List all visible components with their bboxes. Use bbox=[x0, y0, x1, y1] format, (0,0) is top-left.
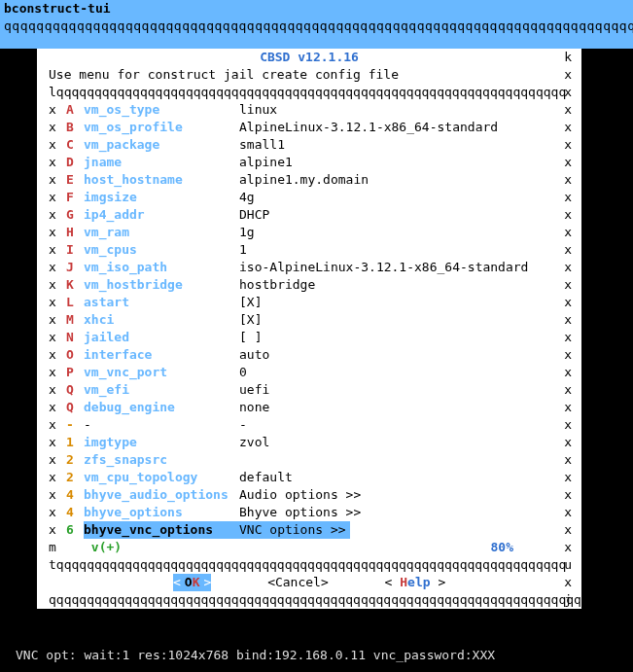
menu-item-jname[interactable]: xDjnamealpine1x bbox=[49, 154, 581, 171]
menu-item-vm_cpus[interactable]: xIvm_cpus1x bbox=[49, 241, 581, 259]
menu-item-bhyve_options[interactable]: x4bhyve_optionsBhyve options >>x bbox=[49, 504, 581, 521]
menu-key: 4 bbox=[66, 504, 84, 521]
border-x: x bbox=[564, 294, 572, 311]
border-x: x bbox=[564, 84, 572, 101]
border-x: x bbox=[49, 434, 66, 451]
menu-key: A bbox=[66, 101, 84, 119]
border-x: x bbox=[564, 119, 572, 136]
menu-item-imgtype[interactable]: x1imgtypezvolx bbox=[49, 434, 581, 451]
border-x: x bbox=[49, 381, 66, 399]
menu-key: M bbox=[66, 311, 84, 329]
panel-border-mid: tqqqqqqqqqqqqqqqqqqqqqqqqqqqqqqqqqqqqqqq… bbox=[37, 556, 581, 574]
menu-key: I bbox=[66, 241, 84, 259]
menu-name: vm_os_profile bbox=[84, 119, 239, 136]
menu-value: 4g bbox=[239, 189, 541, 206]
menu-value: hostbridge bbox=[239, 276, 541, 294]
border-x: x bbox=[49, 521, 66, 539]
menu-key: B bbox=[66, 119, 84, 136]
menu-key: P bbox=[66, 364, 84, 381]
menu-item-vm_os_profile[interactable]: xBvm_os_profileAlpineLinux-3.12.1-x86_64… bbox=[49, 119, 581, 136]
border-x: x bbox=[564, 241, 572, 259]
corner-u: u bbox=[564, 556, 572, 574]
corner-j: j bbox=[564, 591, 572, 609]
menu-item-imgsize[interactable]: xFimgsize4gx bbox=[49, 189, 581, 206]
border-x: x bbox=[49, 259, 66, 276]
menu-name: debug_engine bbox=[84, 399, 239, 416]
border-x: x bbox=[49, 329, 66, 346]
header-border: qqqqqqqqqqqqqqqqqqqqqqqqqqqqqqqqqqqqqqqq… bbox=[0, 18, 633, 49]
cancel-button[interactable]: <Cancel> bbox=[267, 574, 329, 591]
menu-key: D bbox=[66, 154, 84, 171]
menu-name: vm_vnc_port bbox=[84, 364, 239, 381]
scroll-percent: 80% bbox=[491, 539, 513, 556]
border-x: x bbox=[49, 311, 66, 329]
menu-item-bhyve_audio_options[interactable]: x4bhyve_audio_optionsAudio options >>x bbox=[49, 486, 581, 504]
border-x: x bbox=[564, 101, 572, 119]
menu-item-vm_hostbridge[interactable]: xKvm_hostbridgehostbridgex bbox=[49, 276, 581, 294]
menu-item-vm_vnc_port[interactable]: xPvm_vnc_port0x bbox=[49, 364, 581, 381]
menu-item-vm_efi[interactable]: xQvm_efiuefix bbox=[49, 381, 581, 399]
border-x: x bbox=[49, 451, 66, 469]
panel-border-top: lqqqqqqqqqqqqqqqqqqqqqqqqqqqqqqqqqqqqqqq… bbox=[37, 84, 581, 101]
border-x: x bbox=[564, 66, 572, 84]
menu-item-jailed[interactable]: xNjailed[ ]x bbox=[49, 329, 581, 346]
border-x: x bbox=[49, 346, 66, 364]
menu-value: Audio options >> bbox=[239, 486, 541, 504]
border-x: x bbox=[564, 434, 572, 451]
border-x: x bbox=[564, 469, 572, 486]
panel-shadow-right bbox=[581, 58, 591, 613]
menu-key: C bbox=[66, 136, 84, 154]
menu-name: interface bbox=[84, 346, 239, 364]
menu-value: linux bbox=[239, 101, 541, 119]
menu-item-vm_iso_path[interactable]: xJvm_iso_pathiso-AlpineLinux-3.12.1-x86_… bbox=[49, 259, 581, 276]
help-button[interactable]: < Help > bbox=[385, 574, 446, 591]
menu-value: 1g bbox=[239, 224, 541, 241]
menu-key: L bbox=[66, 294, 84, 311]
menu-key: Q bbox=[66, 399, 84, 416]
border-x: x bbox=[49, 416, 66, 434]
menu-item-ip4_addr[interactable]: xGip4_addrDHCPx bbox=[49, 206, 581, 224]
menu-item-vm_cpu_topology[interactable]: x2vm_cpu_topologydefaultx bbox=[49, 469, 581, 486]
menu-item-vm_ram[interactable]: xHvm_ram1gx bbox=[49, 224, 581, 241]
menu-item-vm_os_type[interactable]: xAvm_os_typelinuxx bbox=[49, 101, 581, 119]
panel-title: CBSD v12.1.16 bbox=[37, 49, 581, 66]
border-x: x bbox=[564, 171, 572, 189]
menu-item-host_hostname[interactable]: xEhost_hostnamealpine1.my.domainx bbox=[49, 171, 581, 189]
border-x: x bbox=[564, 276, 572, 294]
menu-key: Q bbox=[66, 381, 84, 399]
menu-item-debug_engine[interactable]: xQdebug_enginenonex bbox=[49, 399, 581, 416]
border-x: x bbox=[49, 241, 66, 259]
menu-item-vm_package[interactable]: xCvm_packagesmall1x bbox=[49, 136, 581, 154]
panel-border-bottom: qqqqqqqqqqqqqqqqqqqqqqqqqqqqqqqqqqqqqqqq… bbox=[37, 591, 581, 609]
border-x: x bbox=[49, 136, 66, 154]
menu-item-xhci[interactable]: xMxhci[X]x bbox=[49, 311, 581, 329]
menu-item-zfs_snapsrc[interactable]: x2zfs_snapsrcx bbox=[49, 451, 581, 469]
border-x: x bbox=[564, 504, 572, 521]
menu-name: imgsize bbox=[84, 189, 239, 206]
border-x: x bbox=[49, 189, 66, 206]
border-x: x bbox=[564, 399, 572, 416]
ok-button[interactable]: <OK> bbox=[173, 574, 211, 591]
menu-name: vm_cpu_topology bbox=[84, 469, 239, 486]
menu-key: O bbox=[66, 346, 84, 364]
menu-value: - bbox=[239, 416, 541, 434]
border-x: x bbox=[49, 206, 66, 224]
app-title: bconstruct-tui bbox=[4, 1, 111, 16]
menu-key: N bbox=[66, 329, 84, 346]
menu-list[interactable]: xAvm_os_typelinuxxxBvm_os_profileAlpineL… bbox=[37, 101, 581, 539]
menu-key: 6 bbox=[66, 521, 84, 539]
menu-value: [ ] bbox=[239, 329, 541, 346]
border-x: x bbox=[49, 486, 66, 504]
menu-name: vm_os_type bbox=[84, 101, 239, 119]
menu-item-interface[interactable]: xOinterfaceautox bbox=[49, 346, 581, 364]
menu-value: alpine1 bbox=[239, 154, 541, 171]
menu-value: zvol bbox=[239, 434, 541, 451]
border-x: x bbox=[564, 154, 572, 171]
menu-item-bhyve_vnc_options[interactable]: x6bhyve_vnc_optionsVNC options >>x bbox=[49, 521, 581, 539]
menu-item-astart[interactable]: xLastart[X]x bbox=[49, 294, 581, 311]
menu-value: AlpineLinux-3.12.1-x86_64-standard bbox=[239, 119, 541, 136]
menu-value: default bbox=[239, 469, 541, 486]
dialog-panel: CBSD v12.1.16 k Use menu for construct j… bbox=[37, 49, 581, 609]
panel-subtitle: Use menu for construct jail create confi… bbox=[37, 66, 581, 84]
menu-item--[interactable]: x---x bbox=[49, 416, 581, 434]
